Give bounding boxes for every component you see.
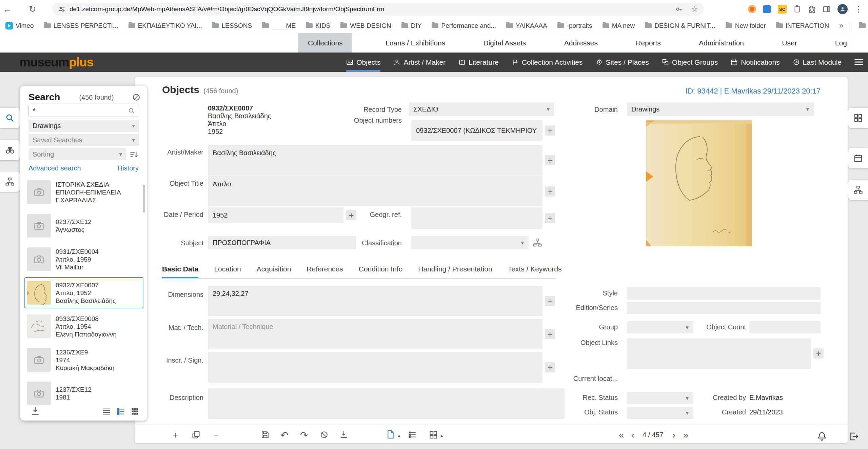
bookmark-item[interactable]: DESIGN & FURNIT... (645, 22, 715, 29)
date-period-field[interactable]: 1952 (208, 207, 343, 223)
notifications-bell-button[interactable] (816, 431, 827, 442)
object-title-field[interactable]: Άτιτλο (208, 176, 542, 206)
bookmarks-overflow-icon[interactable]: » (839, 21, 843, 30)
duplicate-record-button[interactable] (192, 430, 200, 439)
tab-texts-keywords[interactable]: Texts / Keywords (508, 265, 562, 278)
first-record-button[interactable]: « (619, 430, 624, 441)
tab-references[interactable]: References (307, 265, 343, 278)
classification-select[interactable]: ▾ (411, 236, 529, 249)
delete-record-button[interactable]: − (213, 430, 219, 441)
url-text[interactable]: de1.zetcom-group.de/MpWeb-mpAthensASFA/v… (70, 5, 671, 13)
form-view-caret-icon[interactable]: ▴ (398, 432, 400, 438)
form-view-button[interactable] (386, 430, 395, 439)
tab-acquisition[interactable]: Acquisition (257, 265, 291, 278)
module-sites-places[interactable]: Sites / Places (596, 53, 649, 72)
artist-maker-field[interactable]: Βασίλης Βασιλειάδης (208, 145, 542, 176)
search-input[interactable] (32, 107, 128, 115)
edition-series-field[interactable] (627, 302, 821, 314)
tab-reports[interactable]: Reports (631, 33, 666, 53)
bookmark-item[interactable]: DIY (401, 22, 422, 29)
discard-button[interactable] (320, 430, 329, 439)
description-field[interactable] (208, 388, 565, 419)
module-artist-maker[interactable]: Artist / Maker (393, 53, 446, 72)
bookmark-item[interactable]: ΕΚΠΑΙΔΕΥΤΙΚΟ ΥΛΙ... (129, 22, 202, 29)
bookmark-star-icon[interactable]: ☆ (691, 4, 698, 14)
grid-view-button[interactable] (429, 430, 438, 439)
module-object-groups[interactable]: Object Groups (662, 53, 718, 72)
object-count-field[interactable] (749, 321, 821, 333)
detail-list-view-button[interactable] (116, 407, 125, 416)
geogr-ref-field[interactable] (411, 207, 542, 229)
clear-search-icon[interactable] (132, 93, 141, 102)
redo-button[interactable]: ↷ (300, 430, 308, 441)
result-item[interactable]: ΙΣΤΟΡΙΚΑ ΣΧΕΔΙΑΕΠΙΛΟΓΗ-ΕΠΙΜΕΛΕΙΑΓ.ΧΑΡΒΑΛ… (24, 177, 143, 208)
extension-orange-icon[interactable] (748, 5, 756, 13)
add-record-button[interactable]: + (173, 430, 178, 441)
all-bookmarks-button[interactable]: All Bookmarks (859, 22, 868, 29)
clipboard-ext-icon[interactable] (793, 5, 801, 13)
rail-hierarchy-tab[interactable] (848, 180, 868, 200)
add-geogr-button[interactable]: + (545, 213, 555, 223)
classification-hierarchy-button[interactable] (533, 238, 542, 247)
tab-digital-assets[interactable]: Digital Assets (478, 33, 531, 53)
result-item[interactable]: 0931/ΣΧΕ0004Άτιτλο, 1959Vil Maillur (24, 244, 143, 275)
grid-view-button[interactable] (131, 407, 139, 416)
object-links-field[interactable] (627, 338, 811, 369)
subject-field[interactable]: ΠΡΟΣΩΠΟΓΡΑΦΙΑ (208, 236, 356, 249)
tab-location[interactable]: Location (214, 265, 241, 278)
password-key-icon[interactable] (675, 5, 683, 13)
advanced-search-link[interactable]: Advanced search (28, 164, 81, 172)
add-title-button[interactable]: + (545, 186, 555, 197)
bookmark-item[interactable]: Performance and... (432, 22, 496, 29)
tab-addresses[interactable]: Addresses (559, 33, 603, 53)
tab-log[interactable]: Log (830, 33, 852, 53)
extension-sc-badge[interactable]: SC (778, 5, 787, 14)
extension-blue-icon[interactable] (763, 5, 771, 13)
previous-record-button[interactable]: ‹ (631, 430, 634, 441)
list-view-button[interactable] (408, 430, 417, 439)
result-item[interactable]: 0237/ΣΧΕ12Άγνωστος (24, 210, 143, 241)
puzzle-extensions-icon[interactable] (808, 5, 816, 13)
bookmark-item[interactable]: INTERACTION (776, 22, 829, 29)
record-type-select[interactable]: ΣΧΕΔΙΟ▾ (409, 102, 554, 116)
style-field[interactable] (627, 287, 821, 300)
bookmark-item[interactable]: KIDS (306, 22, 330, 29)
hamburger-menu-icon[interactable] (854, 57, 864, 67)
group-select[interactable]: ▾ (627, 321, 693, 333)
history-link[interactable]: History (118, 164, 139, 172)
rail-modules-tab[interactable] (848, 108, 868, 128)
add-artist-button[interactable]: + (545, 155, 555, 165)
sorting-select[interactable]: Sorting▾ (28, 148, 126, 160)
bookmark-item[interactable]: ΥΛΙΚΑΑΑΑ (506, 22, 547, 29)
download-record-button[interactable] (339, 430, 348, 439)
tab-basic-data[interactable]: Basic Data (162, 265, 198, 278)
dimensions-field[interactable]: 29,24,32,27 (208, 286, 542, 316)
add-mat-tech-button[interactable]: + (545, 329, 555, 339)
inscr-sign-field[interactable] (208, 352, 542, 383)
module-collection-activities[interactable]: Collection Activities (512, 53, 583, 72)
module-literature[interactable]: Literature (458, 53, 499, 72)
logout-button[interactable] (848, 431, 859, 442)
object-image-preview[interactable] (646, 120, 752, 246)
sort-order-button[interactable] (130, 150, 138, 159)
bookmark-item[interactable]: LESSONS (212, 22, 252, 29)
rail-calendar-tab[interactable] (848, 148, 868, 168)
tab-condition-info[interactable]: Condition Info (359, 265, 403, 278)
add-dimension-button[interactable]: + (545, 296, 555, 306)
domain-filter-select[interactable]: Drawings▾ (28, 120, 139, 132)
results-scrollbar[interactable] (143, 185, 145, 212)
reload-icon[interactable]: ↻ (25, 4, 40, 15)
rail-hierarchy-tab[interactable] (0, 171, 20, 192)
obj-status-select[interactable]: ▾ (627, 407, 693, 419)
result-item[interactable]: 1236/ΣΧΕ91974Κυριακή Μακρυδάκη (24, 344, 143, 375)
result-item[interactable]: 0933/ΣΧΕ0008Άτιτλο, 1954Ελένη Παπαδογιάν… (24, 311, 143, 342)
rail-browse-tab[interactable] (0, 140, 20, 160)
bookmark-item[interactable]: LENSES PERPECTI... (44, 22, 118, 29)
profile-avatar[interactable] (837, 4, 848, 14)
export-results-button[interactable] (31, 406, 40, 416)
add-object-link-button[interactable]: + (813, 348, 824, 359)
compact-list-view-button[interactable] (102, 407, 111, 416)
mat-tech-field[interactable]: Material / Technique (208, 319, 542, 349)
bookmark-item[interactable]: New folder (726, 22, 766, 29)
url-bar[interactable]: de1.zetcom-group.de/MpWeb-mpAthensASFA/v… (53, 3, 704, 16)
